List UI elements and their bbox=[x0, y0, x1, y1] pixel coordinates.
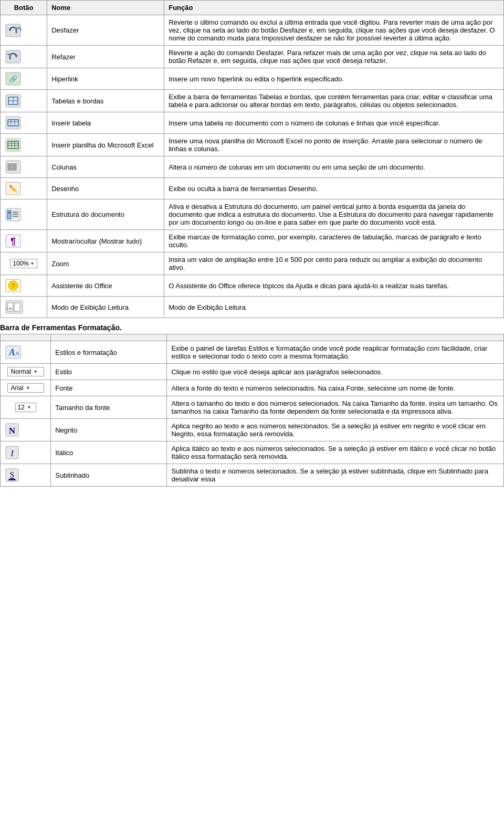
name-cell: Assistente do Office bbox=[47, 275, 164, 297]
zoom-icon[interactable]: 100%▼ bbox=[10, 259, 37, 268]
icon-cell: Normal▼ bbox=[1, 364, 51, 380]
funcao-cell: Exibe ou oculta a barra de ferramentas D… bbox=[164, 178, 504, 199]
funcao-cell: Altera a fonte do texto e números seleci… bbox=[167, 380, 504, 396]
fontsize-dropdown[interactable]: 12▼ bbox=[15, 403, 36, 412]
icon-cell: A A bbox=[1, 341, 51, 364]
header-funcao2 bbox=[167, 334, 504, 341]
header-nome2 bbox=[51, 334, 167, 341]
icon-cell: 12▼ bbox=[1, 396, 51, 419]
svg-rect-0 bbox=[6, 24, 20, 37]
svg-text:N: N bbox=[9, 426, 16, 436]
table-row: Normal▼ Estilo Clique no estilo que você… bbox=[1, 364, 504, 380]
funcao-cell: Exibe marcas de formatação como, por exe… bbox=[164, 230, 504, 253]
name-cell: Tabelas e bordas bbox=[47, 90, 164, 112]
icon-cell bbox=[1, 134, 47, 156]
table-row: I Itálico Aplica itálico ao texto e aos … bbox=[1, 441, 504, 464]
table-row: Estrutura do documento Ativa e desativa … bbox=[1, 199, 504, 230]
svg-text:?: ? bbox=[12, 282, 15, 289]
icon-cell bbox=[1, 112, 47, 134]
icon-cell: ✏️ bbox=[1, 178, 47, 199]
funcao-cell: Insira um valor de ampliação entre 10 e … bbox=[164, 253, 504, 275]
icon-cell bbox=[1, 46, 47, 68]
name-cell: Estilos e formatação bbox=[51, 341, 167, 364]
header-botao2 bbox=[1, 334, 51, 341]
table-row: S Sublinhado Sublinha o texto e números … bbox=[1, 464, 504, 487]
name-cell: Estrutura do documento bbox=[47, 199, 164, 230]
funcao-cell: Exibe o painel de tarefas Estilos e form… bbox=[167, 341, 504, 364]
funcao-cell: Aplica itálico ao texto e aos números se… bbox=[167, 441, 504, 464]
name-cell: Fonte bbox=[51, 380, 167, 396]
table-row: ✏️ Desenho Exibe ou oculta a barra de fe… bbox=[1, 178, 504, 199]
table-row: Inserir tabela Insere uma tabela no docu… bbox=[1, 112, 504, 134]
svg-text:🔗: 🔗 bbox=[9, 75, 18, 83]
header-nome: Nome bbox=[47, 1, 164, 15]
svg-rect-2 bbox=[15, 27, 19, 29]
icon-cell bbox=[1, 15, 47, 46]
name-cell: Desenho bbox=[47, 178, 164, 199]
icon-cell: ? bbox=[1, 275, 47, 297]
icon-cell: Ler bbox=[1, 297, 47, 318]
name-cell: Itálico bbox=[51, 441, 167, 464]
icon-cell bbox=[1, 199, 47, 230]
funcao-cell: Modo de Exibição Leitura bbox=[164, 297, 504, 318]
svg-text:✏️: ✏️ bbox=[9, 184, 18, 193]
name-cell: Negrito bbox=[51, 419, 167, 441]
table-row: N Negrito Aplica negrito ao texto e aos … bbox=[1, 419, 504, 441]
name-cell: Zoom bbox=[47, 253, 164, 275]
name-cell: Refazer bbox=[47, 46, 164, 68]
table-row: Ler Modo de Exibição Leitura Modo de Exi… bbox=[1, 297, 504, 318]
icon-cell bbox=[1, 156, 47, 178]
icon-cell: 100%▼ bbox=[1, 253, 47, 275]
name-cell: Hiperlink bbox=[47, 68, 164, 90]
table-row: Refazer Reverte a ação do comando Desfaz… bbox=[1, 46, 504, 68]
funcao-cell: Insere um novo hiperlink ou edita o hipe… bbox=[164, 68, 504, 90]
funcao-cell: Reverte a ação do comando Desfazer. Para… bbox=[164, 46, 504, 68]
svg-point-35 bbox=[8, 212, 10, 214]
svg-rect-26 bbox=[13, 163, 17, 171]
svg-text:A: A bbox=[15, 350, 19, 356]
table-row: 12▼ Tamanho da fonte Altera o tamanho do… bbox=[1, 396, 504, 419]
table-row: Tabelas e bordas Exibe a barra de ferram… bbox=[1, 90, 504, 112]
funcao-cell: Reverte o último comando ou exclui a últ… bbox=[164, 15, 504, 46]
icon-cell: S bbox=[1, 464, 51, 487]
header-funcao: Função bbox=[164, 1, 504, 15]
svg-text:A: A bbox=[8, 347, 15, 357]
table-row: 100%▼ Zoom Insira um valor de ampliação … bbox=[1, 253, 504, 275]
style-dropdown[interactable]: Normal▼ bbox=[7, 367, 44, 376]
funcao-cell: Insere uma nova planilha do Microsoft Ex… bbox=[164, 134, 504, 156]
funcao-cell: Altera o tamanho do texto e dos números … bbox=[167, 396, 504, 419]
name-cell: Mostrar/ocultar (Mostrar tudo) bbox=[47, 230, 164, 253]
table-row: Colunas Altera o número de colunas em um… bbox=[1, 156, 504, 178]
name-cell: Estilo bbox=[51, 364, 167, 380]
table-row: 🔗 Hiperlink Insere um novo hiperlink ou … bbox=[1, 68, 504, 90]
table-row: ¶ Mostrar/ocultar (Mostrar tudo) Exibe m… bbox=[1, 230, 504, 253]
name-cell: Sublinhado bbox=[51, 464, 167, 487]
table-row: A A Estilos e formatação Exibe o painel … bbox=[1, 341, 504, 364]
table-row: Inserir planilha do Microsoft Excel Inse… bbox=[1, 134, 504, 156]
section-formatacao: Barra de Ferramentas Formatação. bbox=[0, 318, 504, 334]
name-cell: Inserir tabela bbox=[47, 112, 164, 134]
funcao-cell: Ativa e desativa a Estrutura do document… bbox=[164, 199, 504, 230]
funcao-cell: O Assistente do Office oferece tópicos d… bbox=[164, 275, 504, 297]
funcao-cell: Sublinha o texto e números selecionados.… bbox=[167, 464, 504, 487]
table-row: Arial▼ Fonte Altera a fonte do texto e n… bbox=[1, 380, 504, 396]
svg-rect-25 bbox=[7, 163, 12, 171]
svg-text:S: S bbox=[10, 470, 15, 479]
table-row: Desfazer Reverte o último comando ou exc… bbox=[1, 15, 504, 46]
icon-cell: Arial▼ bbox=[1, 380, 51, 396]
name-cell: Colunas bbox=[47, 156, 164, 178]
header-botao: Botão bbox=[1, 1, 47, 15]
funcao-cell: Aplica negrito ao texto e aos números se… bbox=[167, 419, 504, 441]
name-cell: Desfazer bbox=[47, 15, 164, 46]
icon-cell: 🔗 bbox=[1, 68, 47, 90]
svg-rect-4 bbox=[6, 50, 20, 63]
name-cell: Tamanho da fonte bbox=[51, 396, 167, 419]
font-dropdown[interactable]: Arial▼ bbox=[7, 383, 44, 393]
icon-cell bbox=[1, 90, 47, 112]
funcao-cell: Insere uma tabela no documento com o núm… bbox=[164, 112, 504, 134]
icon-cell: I bbox=[1, 441, 51, 464]
svg-text:¶: ¶ bbox=[10, 236, 16, 247]
svg-rect-43 bbox=[14, 303, 20, 311]
table-row: ? Assistente do Office O Assistente do O… bbox=[1, 275, 504, 297]
name-cell: Inserir planilha do Microsoft Excel bbox=[47, 134, 164, 156]
